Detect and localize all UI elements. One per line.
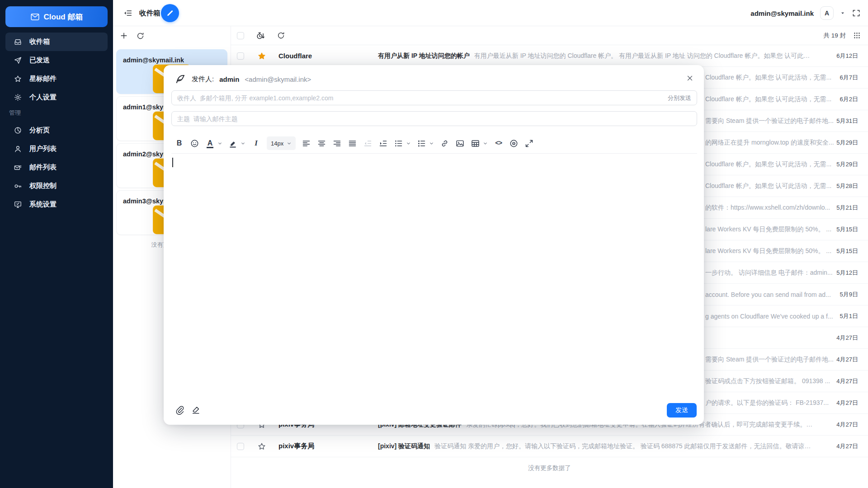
sidebar-item-邮件列表[interactable]: 邮件列表 <box>5 158 108 177</box>
mail-count: 共 19 封 <box>823 32 846 40</box>
row-preview-tail: Cloudflare 帐户。如果您 认可此活动，无需... <box>705 67 834 89</box>
sidebar-item-label: 收件箱 <box>29 38 50 46</box>
emoji-button[interactable] <box>190 139 199 148</box>
compose-body-editor[interactable] <box>171 154 697 398</box>
recipient-input[interactable] <box>177 94 662 102</box>
bold-button[interactable]: B <box>175 139 184 148</box>
key-icon <box>14 182 22 190</box>
sidebar-item-用户列表[interactable]: 用户列表 <box>5 140 108 158</box>
row-subject: [pixiv] 验证码通知 <box>378 442 430 450</box>
close-icon[interactable] <box>686 74 694 82</box>
table-button[interactable] <box>471 139 480 148</box>
mail-row[interactable]: pixiv事务局[pixiv] 验证码通知验证码通知 亲爱的用户，您好。请输入以… <box>231 436 868 457</box>
table-dropdown-icon[interactable] <box>483 141 488 146</box>
align-justify-button[interactable] <box>348 139 357 148</box>
preview-button[interactable] <box>509 139 519 148</box>
row-date: 6月2日 <box>840 89 858 110</box>
image-button[interactable] <box>455 139 465 148</box>
mail-row[interactable]: Cloudflare有用户从新 IP 地址访问您的帐户有用户最近从新 IP 地址… <box>231 45 868 67</box>
fullscreen-icon[interactable] <box>852 9 861 18</box>
pie-chart-icon <box>14 126 22 135</box>
user-email: admin@skymail.ink <box>750 9 814 17</box>
bullet-list-button[interactable] <box>394 139 403 148</box>
sidebar-item-系统设置[interactable]: 系统设置 <box>5 195 108 214</box>
row-preview: 有用户最近从新 IP 地址访问您的 Cloudflare 帐户。 有用户最近从新… <box>474 52 814 60</box>
mail-list-icon <box>14 163 22 172</box>
align-center-button[interactable] <box>317 139 326 148</box>
row-preview-tail: 验证码或点击下方按钮验证邮箱。 091398 ... <box>705 371 834 392</box>
eraser-icon[interactable] <box>191 405 201 415</box>
row-date: 5月15日 <box>836 240 858 262</box>
sidebar-item-星标邮件[interactable]: 星标邮件 <box>5 70 108 88</box>
align-right-button[interactable] <box>332 139 342 148</box>
chevron-down-icon[interactable] <box>840 10 845 16</box>
row-date: 4月27日 <box>836 327 858 349</box>
compose-button[interactable] <box>161 4 179 22</box>
list-no-more-text: 没有更多数据了 <box>231 464 868 472</box>
row-date: 5月1日 <box>840 305 858 327</box>
from-label: 发件人: <box>192 75 214 84</box>
sidebar-item-label: 星标邮件 <box>29 75 57 83</box>
mail-logo-icon <box>30 12 40 22</box>
sidebar-nav-main: 收件箱已发送星标邮件个人设置 <box>0 33 113 107</box>
link-button[interactable] <box>440 139 449 148</box>
compose-toolbar: BAI14px<> <box>175 135 534 151</box>
ordered-list-button[interactable] <box>417 139 426 148</box>
topbar: 收件箱 admin@skymail.ink A <box>113 0 868 26</box>
add-account-icon[interactable] <box>119 31 128 40</box>
sidebar-item-收件箱[interactable]: 收件箱 <box>5 33 108 51</box>
row-preview-tail: 的软件：https://www.xshell.com/zh/downlo... <box>705 197 834 219</box>
row-date: 4月27日 <box>836 436 858 457</box>
send-icon <box>14 56 22 65</box>
account-address: admin@skymail.ink <box>123 56 221 64</box>
attachment-icon[interactable] <box>175 405 184 415</box>
grid-view-icon[interactable] <box>853 32 861 39</box>
ordered-list-dropdown-icon[interactable] <box>429 141 434 146</box>
row-checkbox[interactable] <box>237 443 244 450</box>
row-preview-tail: Cloudflare 帐户。如果您 认可此活动，无需... <box>705 175 834 197</box>
italic-button[interactable]: I <box>251 139 261 148</box>
font-size-dropdown-icon[interactable] <box>287 141 292 146</box>
sort-by-time-icon[interactable] <box>256 31 266 41</box>
code-button[interactable]: <> <box>494 139 503 148</box>
sidebar-section-label: 管理 <box>9 109 21 117</box>
indent-button[interactable] <box>378 139 388 148</box>
compose-footer-icons <box>175 405 201 415</box>
monitor-check-icon <box>14 200 22 209</box>
send-button[interactable]: 发送 <box>667 403 697 418</box>
row-preview-tail: lare Workers KV 每日免费层限制的 50%。 ... <box>705 219 834 240</box>
subject-input[interactable] <box>177 115 691 122</box>
row-date: 5月15日 <box>836 219 858 240</box>
collapse-panel-icon[interactable] <box>123 8 133 18</box>
row-sender: Cloudflare <box>278 52 378 60</box>
font-size-select[interactable]: 14px <box>267 136 296 150</box>
refresh-accounts-icon[interactable] <box>136 32 145 40</box>
app-logo-label: Cloud 邮箱 <box>44 12 83 22</box>
app-logo[interactable]: Cloud 邮箱 <box>5 6 108 27</box>
row-preview-tail: 一步行动。 访问详细信息 电子邮件：admin... <box>705 262 834 284</box>
row-preview-tail: lare Workers KV 每日免费层限制的 50%。 ... <box>705 240 834 262</box>
sidebar-item-个人设置[interactable]: 个人设置 <box>5 88 108 107</box>
row-checkbox[interactable] <box>237 52 244 60</box>
highlight-dropdown-icon[interactable] <box>241 141 245 146</box>
sidebar-item-权限控制[interactable]: 权限控制 <box>5 177 108 195</box>
mailbox-title: 收件箱 <box>139 0 160 26</box>
text-color-dropdown-icon[interactable] <box>217 141 222 146</box>
select-all-checkbox[interactable] <box>237 32 244 39</box>
highlight-button[interactable] <box>228 139 238 148</box>
row-date: 5月9日 <box>840 284 858 305</box>
star-outline-icon[interactable] <box>257 442 266 451</box>
avatar[interactable]: A <box>820 6 834 20</box>
sidebar-item-分析页[interactable]: 分析页 <box>5 121 108 140</box>
sidebar-item-已发送[interactable]: 已发送 <box>5 51 108 70</box>
refresh-list-icon[interactable] <box>277 31 285 40</box>
quill-icon <box>175 73 186 85</box>
outdent-button <box>363 139 373 148</box>
editor-fullscreen-button[interactable] <box>524 139 534 148</box>
split-send-button[interactable]: 分别发送 <box>668 94 691 102</box>
align-left-button[interactable] <box>302 139 311 148</box>
text-color-button[interactable]: A <box>205 139 215 148</box>
bullet-list-dropdown-icon[interactable] <box>406 141 411 146</box>
row-date: 5月12日 <box>836 262 858 284</box>
star-filled-icon[interactable] <box>257 52 266 61</box>
